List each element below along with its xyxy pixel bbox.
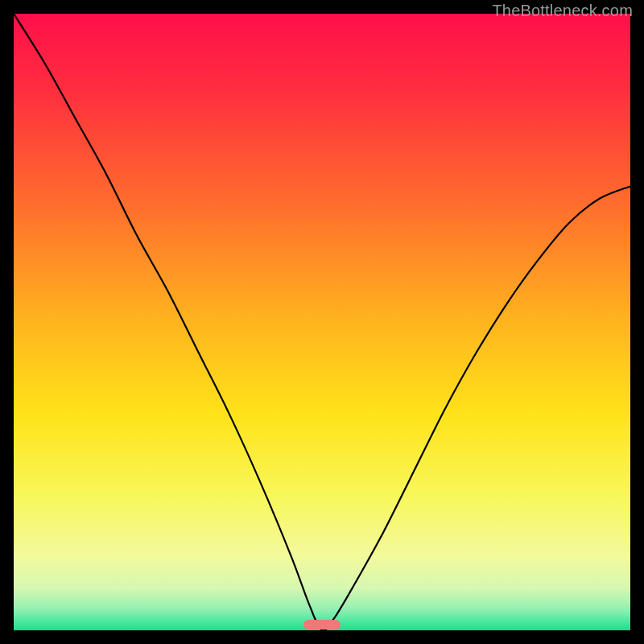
plot-area — [14, 14, 630, 630]
bottleneck-curve — [14, 14, 630, 630]
bottleneck-chart: TheBottleneck.com — [0, 0, 644, 644]
watermark: TheBottleneck.com — [492, 2, 633, 20]
sweet-spot-marker — [303, 620, 341, 630]
